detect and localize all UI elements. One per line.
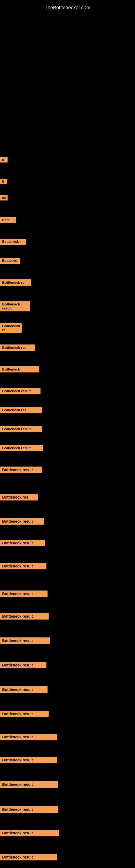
bottleneck-label-24: Bottleneck result xyxy=(0,662,46,669)
bottleneck-label-13: Bottleneck res xyxy=(0,407,42,413)
bottleneck-label-16: Bottleneck result xyxy=(0,467,42,473)
bottleneck-label-12: Bottleneck result xyxy=(0,388,41,394)
bottleneck-label-10: Bottleneck res xyxy=(0,344,35,351)
bottleneck-label-29: Bottleneck result xyxy=(0,781,58,788)
bottleneck-label-14: Bottleneck result xyxy=(0,426,42,432)
bottleneck-label-18: Bottleneck result xyxy=(0,518,44,525)
bottleneck-label-21: Bottleneck result xyxy=(0,590,48,597)
bottleneck-label-19: Bottleneck result xyxy=(0,540,45,546)
bottleneck-label-20: Bottleneck result xyxy=(0,563,46,569)
bottleneck-label-27: Bottleneck result xyxy=(0,734,57,740)
bottleneck-label-22: Bottleneck result xyxy=(0,613,49,620)
bottleneck-label-31: Bottleneck result xyxy=(0,830,59,836)
bottleneck-label-3: Bo xyxy=(0,195,8,200)
bottleneck-label-11: Bottleneck xyxy=(0,366,39,372)
bottleneck-label-7: Bottleneck re xyxy=(0,279,31,286)
bottleneck-label-23: Bottleneck result xyxy=(0,638,50,644)
bottleneck-label-17: Bottleneck res xyxy=(0,494,38,500)
bottleneck-label-28: Bottleneck result xyxy=(0,757,57,763)
bottleneck-label-2: B xyxy=(0,179,7,184)
bottleneck-label-1: B xyxy=(0,157,8,162)
bottleneck-label-25: Bottleneck result xyxy=(0,686,48,693)
bottleneck-label-4: Bottl xyxy=(0,217,16,223)
bottleneck-label-8: Bottleneck result xyxy=(0,301,30,311)
bottleneck-label-32: Bottleneck result xyxy=(0,854,57,860)
bottleneck-label-15: Bottleneck result xyxy=(0,445,43,451)
bottleneck-label-26: Bottleneck result xyxy=(0,711,49,717)
bottleneck-label-9: Bottleneck re xyxy=(0,323,21,333)
bottleneck-label-5: Bottleneck r xyxy=(0,239,26,245)
bottleneck-label-6: Bottlenec xyxy=(0,258,20,264)
site-title: TheBottlenecker.com xyxy=(45,2,90,13)
bottleneck-label-30: Bottleneck result xyxy=(0,806,58,813)
